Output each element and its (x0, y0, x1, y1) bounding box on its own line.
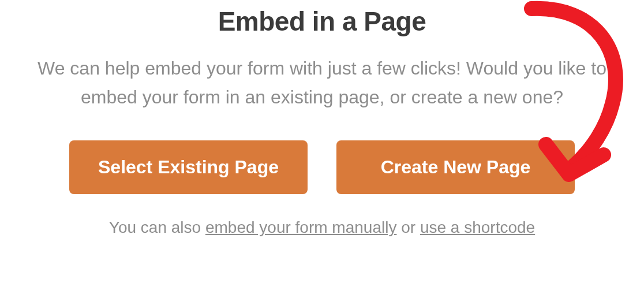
footer-prefix: You can also (109, 218, 205, 236)
footer-text: You can also embed your form manually or… (17, 218, 627, 237)
modal-description: We can help embed your form with just a … (17, 54, 627, 112)
create-new-page-button[interactable]: Create New Page (336, 140, 575, 194)
footer-middle: or (396, 218, 420, 236)
select-existing-page-button[interactable]: Select Existing Page (69, 140, 308, 194)
use-shortcode-link[interactable]: use a shortcode (420, 218, 535, 236)
button-row: Select Existing Page Create New Page (17, 140, 627, 194)
modal-title: Embed in a Page (17, 6, 627, 37)
embed-modal: Embed in a Page We can help embed your f… (0, 0, 644, 237)
embed-manually-link[interactable]: embed your form manually (205, 218, 396, 236)
